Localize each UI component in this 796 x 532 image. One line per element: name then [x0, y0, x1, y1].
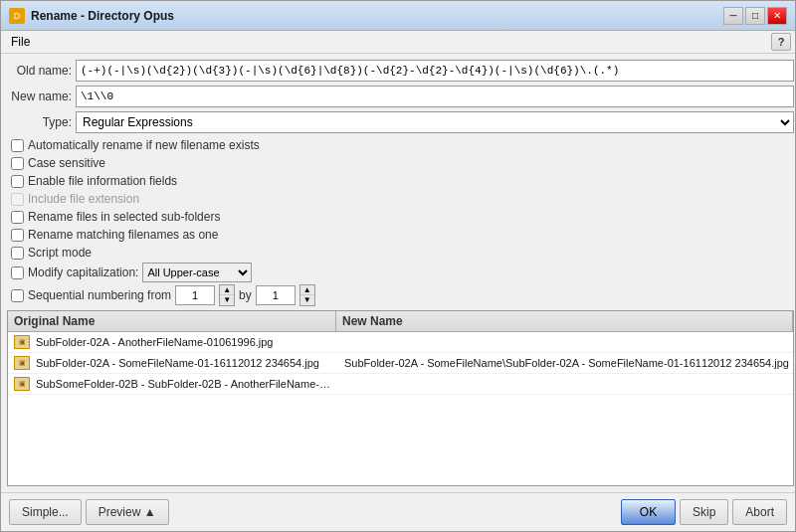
rename-subfolders-label: Rename files in selected sub-folders: [28, 210, 220, 224]
sequential-by-spinner[interactable]: ▲▼: [299, 284, 315, 306]
svg-text:D: D: [14, 11, 21, 21]
original-name: SubSomeFolder-02B - SubFolder-02B - Anot…: [32, 378, 340, 390]
new-name-row: New name:: [7, 86, 794, 107]
rename-subfolders-row: Rename files in selected sub-folders: [11, 209, 794, 225]
new-name-input[interactable]: [76, 86, 794, 107]
original-name: SubFolder-02A - SomeFileName-01-16112012…: [32, 357, 340, 369]
sequential-from-spinner[interactable]: ▲▼: [219, 284, 235, 306]
col-original-header: Original Name: [8, 311, 336, 331]
by-label: by: [239, 288, 252, 302]
abort-button[interactable]: Abort: [732, 499, 787, 525]
sequential-checkbox[interactable]: [11, 289, 24, 302]
image-file-icon: ▣: [14, 335, 30, 349]
minimize-button[interactable]: ─: [723, 7, 743, 25]
maximize-button[interactable]: □: [745, 7, 765, 25]
app-icon: D: [9, 8, 25, 24]
file-icon: ▣: [12, 376, 32, 392]
col-new-header: New Name: [336, 311, 793, 331]
sequential-by-input[interactable]: [256, 285, 296, 305]
skip-button[interactable]: Skip: [680, 499, 728, 525]
sequential-label: Sequential numbering from: [28, 288, 171, 302]
file-list-header: Original Name New Name: [8, 311, 793, 332]
sequential-from-input[interactable]: [175, 285, 215, 305]
menu-bar: File ?: [1, 31, 795, 54]
original-name: SubFolder-02A - AnotherFileName-01061996…: [32, 336, 340, 348]
bottom-left-buttons: Simple... Preview ▲: [9, 499, 169, 525]
include-extension-row: Include file extension: [11, 191, 794, 207]
simple-button[interactable]: Simple...: [9, 499, 82, 525]
rename-matching-label: Rename matching filenames as one: [28, 228, 218, 242]
table-row: ▣ SubFolder-02A - SomeFileName-01-161120…: [8, 353, 793, 374]
old-name-row: Old name:: [7, 60, 794, 82]
new-name: SubFolder-02A - SomeFileName\SubFolder-0…: [340, 357, 793, 369]
auto-rename-row: Automatically rename if new filename exi…: [11, 137, 794, 153]
image-file-icon: ▣: [14, 377, 30, 391]
type-label: Type:: [7, 115, 72, 129]
file-icon: ▣: [12, 355, 32, 371]
auto-rename-label: Automatically rename if new filename exi…: [28, 138, 260, 152]
type-row: Type: Regular Expressions Find And Repla…: [7, 111, 794, 133]
new-name-label: New name:: [7, 89, 72, 103]
include-extension-label: Include file extension: [28, 192, 139, 206]
file-list: Original Name New Name ▣ SubFolder-02A -…: [7, 310, 794, 486]
bottom-right-buttons: OK Skip Abort: [621, 499, 787, 525]
sequential-row: Sequential numbering from ▲▼ by ▲▼: [11, 284, 794, 306]
auto-rename-checkbox[interactable]: [11, 139, 24, 152]
rename-dialog: D Rename - Directory Opus ─ □ ✕ File ? O…: [0, 0, 796, 532]
left-panel: Old name: New name: Type: Regular Expres…: [7, 60, 794, 486]
script-mode-checkbox[interactable]: [11, 247, 24, 260]
menu-file[interactable]: File: [5, 33, 36, 51]
modify-cap-checkbox[interactable]: [11, 266, 24, 279]
help-button[interactable]: ?: [771, 33, 791, 51]
case-sensitive-checkbox[interactable]: [11, 157, 24, 170]
old-name-input[interactable]: [76, 60, 794, 82]
enable-file-info-label: Enable file information fields: [28, 174, 177, 188]
file-icon: ▣: [12, 334, 32, 350]
script-mode-row: Script mode: [11, 245, 794, 261]
enable-file-info-row: Enable file information fields: [11, 173, 794, 189]
window-title: Rename - Directory Opus: [31, 9, 174, 23]
options-section: Automatically rename if new filename exi…: [11, 137, 794, 306]
title-bar: D Rename - Directory Opus ─ □ ✕: [1, 1, 795, 31]
rename-subfolders-checkbox[interactable]: [11, 211, 24, 224]
rename-matching-checkbox[interactable]: [11, 229, 24, 242]
rename-matching-row: Rename matching filenames as one: [11, 227, 794, 243]
modify-cap-select[interactable]: All Upper-case: [142, 263, 252, 282]
table-row: ▣ SubFolder-02A - AnotherFileName-010619…: [8, 332, 793, 353]
preview-button[interactable]: Preview ▲: [86, 499, 169, 525]
modify-cap-label: Modify capitalization:: [28, 266, 138, 279]
close-button[interactable]: ✕: [767, 7, 787, 25]
enable-file-info-checkbox[interactable]: [11, 175, 24, 188]
window-controls: ─ □ ✕: [723, 7, 787, 25]
old-name-label: Old name:: [7, 64, 72, 78]
script-mode-label: Script mode: [28, 246, 92, 260]
image-file-icon: ▣: [14, 356, 30, 370]
case-sensitive-label: Case sensitive: [28, 156, 105, 170]
table-row: ▣ SubSomeFolder-02B - SubFolder-02B - An…: [8, 374, 793, 395]
main-content: Old name: New name: Type: Regular Expres…: [1, 54, 795, 492]
modify-cap-row: Modify capitalization: All Upper-case: [11, 263, 794, 282]
ok-button[interactable]: OK: [621, 499, 676, 525]
case-sensitive-row: Case sensitive: [11, 155, 794, 171]
bottom-bar: Simple... Preview ▲ OK Skip Abort: [1, 492, 795, 531]
include-extension-checkbox: [11, 193, 24, 206]
type-select[interactable]: Regular Expressions Find And Replace Sta…: [76, 111, 794, 133]
